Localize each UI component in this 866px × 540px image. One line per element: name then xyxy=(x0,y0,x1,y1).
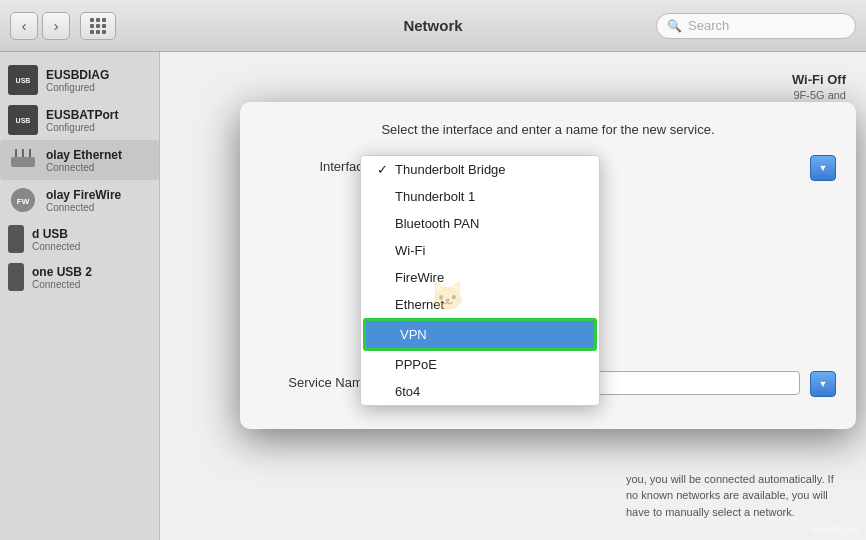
wifi-desc-text: you, you will be connected automatically… xyxy=(626,473,834,518)
item-status: Configured xyxy=(46,82,109,93)
sidebar-item-eusbdiag: EUSBDIAG Configured xyxy=(46,68,109,93)
item-label: Bluetooth PAN xyxy=(395,216,479,231)
dropdown-arrow-button[interactable]: ▼ xyxy=(810,155,836,181)
sidebar-item-eusbatport: EUSBATPort Configured xyxy=(46,108,118,133)
title-bar: ‹ › Network 🔍 Search xyxy=(0,0,866,52)
dropdown-item-6to4[interactable]: 6to4 xyxy=(361,378,599,405)
interface-row: Interface ✓ Thunderbolt Bridge Thunderbo… xyxy=(260,155,836,181)
forward-icon: › xyxy=(54,18,59,34)
firewire-icon: FW xyxy=(9,186,37,214)
dropdown-item-thunderbolt-1[interactable]: Thunderbolt 1 xyxy=(361,183,599,210)
item-label: PPPoE xyxy=(395,357,437,372)
svg-rect-0 xyxy=(11,157,35,167)
item-name: EUSBATPort xyxy=(46,108,118,122)
item-status: Connected xyxy=(32,241,80,252)
search-icon: 🔍 xyxy=(667,19,682,33)
dialog-instruction: Select the interface and enter a name fo… xyxy=(260,122,836,137)
wifi-description: you, you will be connected automatically… xyxy=(626,471,846,521)
search-box[interactable]: 🔍 Search xyxy=(656,13,856,39)
site-watermark: wsxdn.com xyxy=(811,524,861,535)
wifi-status: Wi-Fi Off xyxy=(792,72,846,87)
dropdown-item-ethernet[interactable]: Ethernet xyxy=(361,291,599,318)
list-item[interactable]: USB EUSBATPort Configured xyxy=(0,100,159,140)
main-area: USB EUSBDIAG Configured USB EUSBATPort C… xyxy=(0,52,866,540)
checkmark-icon: ✓ xyxy=(375,162,389,177)
item-label: Thunderbolt Bridge xyxy=(395,162,506,177)
item-name: d USB xyxy=(32,227,80,241)
forward-button[interactable]: › xyxy=(42,12,70,40)
grid-button[interactable] xyxy=(80,12,116,40)
list-item[interactable]: one USB 2 Connected xyxy=(0,258,159,296)
wifi-status-area: Wi-Fi Off 9F-5G and xyxy=(792,72,846,101)
phone-usb-icon xyxy=(8,225,24,253)
list-item[interactable]: USB EUSBDIAG Configured xyxy=(0,60,159,100)
interface-label: Interface xyxy=(260,155,370,174)
sidebar-item-usb2: one USB 2 Connected xyxy=(32,265,92,290)
nav-buttons: ‹ › xyxy=(10,12,70,40)
interface-dropdown-menu[interactable]: ✓ Thunderbolt Bridge Thunderbolt 1 Bluet… xyxy=(360,155,600,406)
dropdown-item-vpn[interactable]: VPN xyxy=(366,321,594,348)
phone-usb2-icon xyxy=(8,263,24,291)
service-dropdown-arrow-button[interactable]: ▼ xyxy=(810,371,836,397)
usb-bat-icon: USB xyxy=(8,105,38,135)
list-item[interactable]: FW olay FireWire Connected xyxy=(0,180,159,220)
item-status: Configured xyxy=(46,122,118,133)
sidebar-item-usb: d USB Connected xyxy=(32,227,80,252)
wifi-network: 9F-5G and xyxy=(792,89,846,101)
dropdown-arrow-icon: ▼ xyxy=(819,163,828,173)
ethernet-icon xyxy=(9,149,37,171)
dropdown-item-firewire[interactable]: FireWire xyxy=(361,264,599,291)
interface-dialog: Select the interface and enter a name fo… xyxy=(240,102,856,429)
dropdown-item-bluetooth-pan[interactable]: Bluetooth PAN xyxy=(361,210,599,237)
back-icon: ‹ xyxy=(22,18,27,34)
usb-diag-icon: USB xyxy=(8,65,38,95)
item-label: FireWire xyxy=(395,270,444,285)
grid-icon xyxy=(90,18,106,34)
service-dropdown-arrow-icon: ▼ xyxy=(819,379,828,389)
item-name: EUSBDIAG xyxy=(46,68,109,82)
item-name: olay Ethernet xyxy=(46,148,122,162)
item-status: Connected xyxy=(32,279,92,290)
item-label: Thunderbolt 1 xyxy=(395,189,475,204)
list-item[interactable]: d USB Connected xyxy=(0,220,159,258)
svg-text:FW: FW xyxy=(17,197,30,206)
dropdown-item-wifi[interactable]: Wi-Fi xyxy=(361,237,599,264)
item-status: Connected xyxy=(46,162,122,173)
sidebar-item-ethernet: olay Ethernet Connected xyxy=(46,148,122,173)
dropdown-item-thunderbolt-bridge[interactable]: ✓ Thunderbolt Bridge xyxy=(361,156,599,183)
sidebar-item-firewire: olay FireWire Connected xyxy=(46,188,121,213)
window-title: Network xyxy=(403,17,462,34)
item-status: Connected xyxy=(46,202,121,213)
dropdown-item-pppoe[interactable]: PPPoE xyxy=(361,351,599,378)
item-label: 6to4 xyxy=(395,384,420,399)
item-name: olay FireWire xyxy=(46,188,121,202)
item-label: VPN xyxy=(400,327,427,342)
vpn-highlight-wrapper: VPN xyxy=(363,318,597,351)
search-placeholder: Search xyxy=(688,18,729,33)
content-panel: Wi-Fi Off 9F-5G and ▲ ▼ you, you will be… xyxy=(160,52,866,540)
list-item[interactable]: olay Ethernet Connected xyxy=(0,140,159,180)
item-label: Ethernet xyxy=(395,297,444,312)
item-label: Wi-Fi xyxy=(395,243,425,258)
service-name-label: Service Name xyxy=(260,371,370,390)
back-button[interactable]: ‹ xyxy=(10,12,38,40)
sidebar: USB EUSBDIAG Configured USB EUSBATPort C… xyxy=(0,52,160,540)
item-name: one USB 2 xyxy=(32,265,92,279)
